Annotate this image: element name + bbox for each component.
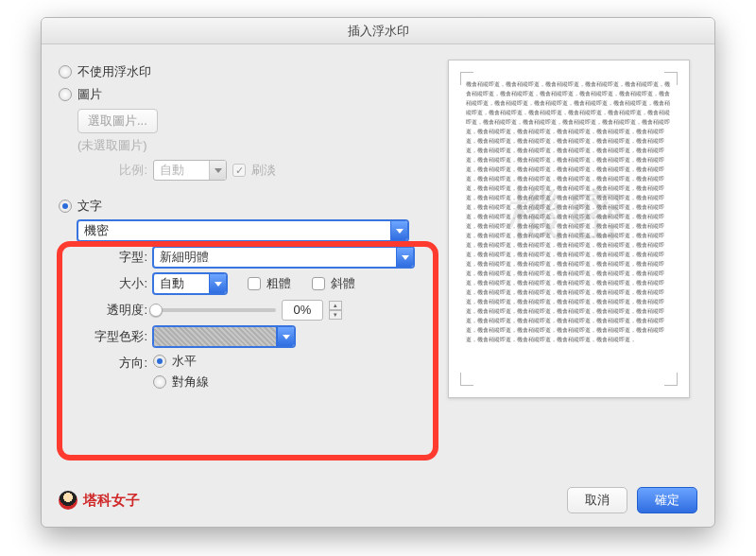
- preview-panel: 機密 機會稍縱即逝，機會稍縱即逝，機會稍縱即逝，機會稍縱即逝，機會稍縱即逝，機會…: [440, 60, 697, 398]
- opacity-stepper[interactable]: ▴ ▾: [329, 301, 342, 320]
- scale-label: 比例:: [94, 162, 147, 179]
- option-text-label: 文字: [77, 198, 102, 215]
- bold-label: 粗體: [266, 275, 291, 292]
- size-select[interactable]: 自動: [153, 273, 227, 294]
- direction-horizontal[interactable]: 水平: [153, 353, 209, 370]
- crop-mark-icon: [460, 373, 473, 386]
- opacity-label: 透明度:: [94, 302, 147, 319]
- color-select[interactable]: [153, 326, 295, 347]
- font-label: 字型:: [94, 249, 147, 266]
- ok-button[interactable]: 確定: [637, 487, 697, 513]
- radio-icon: [153, 375, 166, 389]
- watermark-dialog: 插入浮水印 不使用浮水印 圖片 選取圖片... (未選取圖片) 比例: 自動: [41, 17, 715, 528]
- brand-text: 塔科女子: [83, 492, 140, 510]
- chevron-down-icon: [277, 327, 294, 346]
- step-up-icon: ▴: [329, 301, 342, 310]
- choose-picture-button[interactable]: 選取圖片...: [77, 109, 158, 133]
- page-preview: 機密 機會稍縱即逝，機會稍縱即逝，機會稍縱即逝，機會稍縱即逝，機會稍縱即逝，機會…: [448, 60, 690, 398]
- options-panel: 不使用浮水印 圖片 選取圖片... (未選取圖片) 比例: 自動 刷淡: [59, 60, 427, 398]
- option-none-label: 不使用浮水印: [77, 63, 151, 80]
- chevron-down-icon: [396, 248, 413, 267]
- italic-label: 斜體: [331, 275, 355, 292]
- washout-checkbox[interactable]: [232, 164, 246, 177]
- step-down-icon: ▾: [329, 310, 342, 320]
- slider-thumb[interactable]: [149, 304, 163, 317]
- footer-buttons: 取消 確定: [567, 487, 697, 513]
- crop-mark-icon: [664, 373, 678, 386]
- radio-icon: [59, 65, 72, 78]
- option-picture-label: 圖片: [77, 86, 102, 103]
- opacity-value[interactable]: 0%: [282, 300, 323, 321]
- direction-label: 方向:: [94, 353, 147, 372]
- size-label: 大小:: [94, 275, 147, 292]
- dialog-footer: 塔科女子 取消 確定: [59, 487, 697, 513]
- bold-checkbox[interactable]: [248, 277, 261, 290]
- watermark-text-select[interactable]: 機密: [77, 220, 408, 241]
- color-swatch: [154, 327, 277, 346]
- radio-icon: [59, 88, 72, 101]
- dialog-content: 不使用浮水印 圖片 選取圖片... (未選取圖片) 比例: 自動 刷淡: [42, 44, 714, 408]
- chevron-down-icon: [390, 221, 407, 240]
- radio-icon: [153, 355, 166, 368]
- direction-diagonal[interactable]: 對角線: [153, 374, 209, 391]
- option-none[interactable]: 不使用浮水印: [59, 63, 427, 80]
- italic-checkbox[interactable]: [312, 277, 325, 290]
- picture-status: (未選取圖片): [77, 137, 427, 154]
- opacity-slider[interactable]: [153, 308, 276, 312]
- radio-icon: [59, 200, 72, 213]
- font-select[interactable]: 新細明體: [153, 247, 414, 268]
- brand-badge: 塔科女子: [59, 491, 140, 510]
- dialog-title: 插入浮水印: [42, 18, 714, 44]
- cancel-button[interactable]: 取消: [567, 487, 627, 513]
- washout-label: 刷淡: [251, 162, 276, 179]
- color-label: 字型色彩:: [94, 328, 147, 345]
- preview-body-text: 機會稍縱即逝，機會稍縱即逝，機會稍縱即逝，機會稍縱即逝，機會稍縱即逝，機會稍縱即…: [466, 79, 672, 344]
- option-text[interactable]: 文字: [59, 198, 427, 215]
- option-picture[interactable]: 圖片: [59, 86, 427, 103]
- chevron-down-icon: [209, 161, 226, 180]
- scale-select[interactable]: 自動: [153, 160, 227, 181]
- brand-icon: [59, 491, 77, 510]
- direction-group: 水平 對角線: [153, 353, 209, 391]
- chevron-down-icon: [209, 274, 226, 293]
